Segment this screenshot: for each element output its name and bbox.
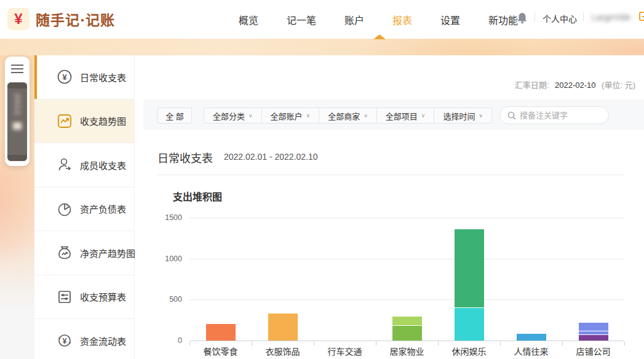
sidebar-item-label: 收支趋势图	[80, 114, 126, 127]
app-logo-icon[interactable]: ¥	[7, 8, 30, 30]
rate-date-value: 2022-02-10	[555, 81, 596, 90]
chart-title: 支出堆积图	[173, 189, 222, 203]
filter-dropdown-全部商家[interactable]: 全部商家∨	[319, 108, 377, 124]
menu-toggle-button[interactable]	[11, 65, 23, 74]
sidebar-item-日常收支表[interactable]: ¥日常收支表	[34, 55, 134, 100]
filter-dropdown-全部项目[interactable]: 全部项目∨	[377, 108, 435, 124]
nav-separator	[583, 12, 584, 22]
x-axis-category-label: 人情往来	[500, 345, 562, 357]
sidebar-item-资产负债表[interactable]: 资产负债表	[34, 187, 134, 232]
bar-segment-休闲娱乐-1[interactable]	[455, 229, 484, 307]
search-input[interactable]	[520, 111, 594, 120]
decorative-banner	[0, 39, 644, 55]
sidebar-item-label: 资产负债表	[80, 202, 126, 215]
bar-居家物业[interactable]	[392, 317, 422, 341]
nav-separator	[535, 12, 535, 22]
chevron-down-icon: ∨	[306, 112, 311, 119]
nav-item-报表[interactable]: 报表	[392, 12, 412, 27]
page-title: 日常收支表	[157, 149, 213, 165]
gridline-1000	[189, 259, 624, 259]
svg-text:¥: ¥	[63, 337, 67, 345]
money-bag-icon	[57, 245, 73, 261]
floating-widget-card: 2022	[5, 57, 30, 166]
gridline-500	[189, 299, 624, 300]
sidebar-item-收支预算表[interactable]: 收支预算表	[34, 275, 134, 320]
pie-chart-icon	[57, 201, 73, 217]
gridline-1500	[189, 218, 624, 218]
trend-chart-icon	[57, 113, 73, 129]
bar-segment-店铺公司-2[interactable]	[579, 323, 608, 331]
cropped-edge-icon[interactable]	[639, 12, 644, 21]
filter-all-button[interactable]: 全 部	[157, 108, 192, 124]
brand-name: 随手记·记账	[36, 9, 115, 30]
y-axis-label-1000: 1000	[141, 254, 182, 263]
x-axis-category-label: 餐饮零食	[189, 345, 252, 357]
bar-segment-店铺公司-1[interactable]	[579, 331, 608, 334]
nav-item-记一笔[interactable]: 记一笔	[287, 12, 316, 27]
sidebar-item-收支趋势图[interactable]: 收支趋势图	[34, 100, 134, 144]
dropdown-label: 选择时间	[443, 110, 475, 122]
username-blurred[interactable]: LargeVide	[592, 12, 631, 22]
rate-date-label: 汇率日期:	[515, 81, 549, 90]
chevron-down-icon: ∨	[248, 112, 253, 119]
yen-flow-icon: ¥	[57, 333, 73, 349]
bar-segment-餐饮零食-0[interactable]	[206, 324, 236, 341]
top-nav: ¥ 随手记·记账 概览记一笔账户报表设置新功能∨ 个人中心 LargeVide	[0, 0, 644, 39]
notification-bell-icon[interactable]	[517, 12, 528, 25]
bar-人情往来[interactable]	[517, 334, 546, 341]
sidebar-item-资金流动表[interactable]: ¥资金流动表	[34, 319, 134, 359]
y-axis-label-1500: 1500	[141, 213, 182, 222]
chevron-down-icon: ∨	[364, 112, 368, 119]
nav-item-账户[interactable]: 账户	[344, 12, 364, 27]
blurred-widget-thumb	[13, 122, 22, 130]
chevron-down-icon: ∨	[421, 112, 426, 119]
dropdown-label: 全部项目	[386, 110, 418, 122]
bar-segment-休闲娱乐-0[interactable]	[455, 308, 484, 341]
app-window: ¥ 随手记·记账 概览记一笔账户报表设置新功能∨ 个人中心 LargeVide …	[0, 0, 644, 359]
svg-text:¥: ¥	[62, 73, 67, 82]
dropdown-label: 全部分类	[213, 110, 245, 122]
x-axis-category-label: 行车交通	[314, 345, 376, 357]
filter-dropdown-全部账户[interactable]: 全部账户∨	[262, 108, 320, 124]
x-axis-category-label: 休闲娱乐	[438, 345, 500, 357]
rate-date-row: 汇率日期: 2022-02-10 (单位: 元)	[515, 79, 635, 90]
sidebar-item-成员收支表[interactable]: 成员收支表	[34, 143, 134, 187]
search-icon	[507, 111, 516, 120]
blurred-promo-widget[interactable]: 2022	[7, 82, 27, 161]
x-axis-category-label: 衣服饰品	[252, 345, 314, 357]
sidebar-item-label: 收支预算表	[80, 290, 126, 303]
stacked-bar-chart	[189, 211, 624, 341]
bar-店铺公司[interactable]	[579, 323, 608, 341]
profile-link[interactable]: 个人中心	[543, 12, 577, 25]
chevron-down-icon: ∨	[479, 112, 483, 119]
dropdown-label: 全部账户	[271, 110, 303, 122]
bar-segment-店铺公司-0[interactable]	[579, 335, 608, 341]
sidebar-item-净资产趋势图[interactable]: 净资产趋势图	[34, 231, 134, 275]
search-box[interactable]	[499, 106, 609, 124]
report-date-range: 2022.02.01 - 2022.02.10	[224, 152, 318, 162]
sidebar-item-label: 成员收支表	[80, 159, 126, 172]
bar-segment-居家物业-0[interactable]	[392, 326, 422, 341]
y-axis-label-0: 0	[141, 336, 182, 345]
member-icon	[57, 157, 73, 173]
sidebar-item-label: 净资产趋势图	[80, 247, 135, 259]
sidebar-item-label: 资金流动表	[80, 334, 126, 347]
filter-dropdown-全部分类[interactable]: 全部分类∨	[204, 108, 262, 124]
bar-segment-人情往来-0[interactable]	[517, 334, 546, 341]
rate-unit-label: (单位: 元)	[602, 81, 635, 90]
bar-segment-衣服饰品-0[interactable]	[268, 314, 298, 341]
filter-toolbar: 全 部 全部分类∨全部账户∨全部商家∨全部项目∨选择时间∨	[143, 100, 644, 130]
filter-dropdown-选择时间[interactable]: 选择时间∨	[434, 108, 492, 124]
active-item-accent-bar	[34, 55, 37, 99]
x-axis-tick	[624, 342, 625, 345]
bar-衣服饰品[interactable]	[268, 314, 298, 341]
nav-item-概览[interactable]: 概览	[239, 12, 258, 27]
active-tab-pointer	[373, 34, 386, 39]
bar-餐饮零食[interactable]	[206, 324, 236, 341]
bar-休闲娱乐[interactable]	[455, 229, 484, 341]
x-axis-category-label: 店铺公司	[562, 345, 624, 357]
bar-segment-居家物业-1[interactable]	[392, 317, 422, 325]
nav-item-设置[interactable]: 设置	[440, 12, 460, 27]
report-sidebar: ¥日常收支表收支趋势图成员收支表资产负债表净资产趋势图收支预算表¥资金流动表	[34, 55, 135, 359]
x-axis-category-label: 居家物业	[376, 345, 438, 357]
